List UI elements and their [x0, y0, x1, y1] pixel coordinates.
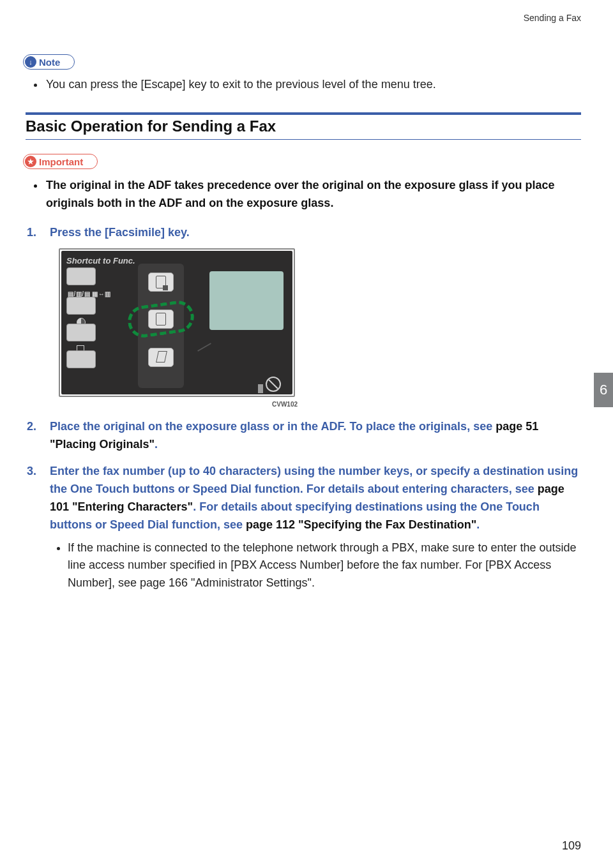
step-2-text-a: Place the original on the exposure glass…	[50, 420, 496, 433]
important-label: Important	[39, 156, 83, 167]
chapter-tab: 6	[594, 373, 613, 407]
step-3: Enter the fax number (up to 40 character…	[41, 463, 581, 592]
left-key-1	[66, 297, 96, 315]
copy-key	[148, 273, 174, 292]
stub	[258, 384, 263, 393]
cancel-icon	[266, 377, 281, 392]
panel-border: Shortcut to Func. ▤/▥/▤ ▦↔▥	[59, 248, 295, 397]
important-list: The original in the ADF takes precedence…	[45, 177, 581, 213]
step-3-pageref-2: page 112 "Specifying the Fax Destination…	[246, 518, 476, 531]
center-column	[138, 264, 184, 388]
note-callout: ↓ Note	[23, 54, 75, 70]
control-panel: Shortcut to Func. ▤/▥/▤ ▦↔▥	[61, 251, 292, 394]
step-3-sub-item: If the machine is connected to the telep…	[68, 539, 581, 593]
left-key-3	[66, 350, 96, 368]
section-rule-thick	[26, 112, 581, 115]
left-key-2	[66, 324, 96, 341]
section-title: Basic Operation for Sending a Fax	[26, 117, 581, 135]
step-3-text-a: Enter the fax number (up to 40 character…	[50, 465, 578, 495]
shortcut-key	[66, 267, 96, 285]
running-head: Sending a Fax	[524, 13, 581, 23]
step-2: Place the original on the exposure glass…	[41, 418, 581, 454]
step-1-text: Press the [Facsimile] key.	[50, 226, 190, 239]
star-icon: ★	[25, 156, 36, 167]
arrow-down-icon: ↓	[25, 56, 36, 68]
lcd-screen	[209, 271, 284, 330]
page-number: 109	[562, 839, 581, 853]
steps-list: Press the [Facsimile] key. Shortcut to F…	[26, 224, 581, 592]
note-item: You can press the [Escape] key to exit t…	[45, 76, 581, 93]
panel-figure: Shortcut to Func. ▤/▥/▤ ▦↔▥	[59, 248, 581, 397]
figure-caption: CVW102	[59, 400, 298, 410]
scan-key	[148, 348, 174, 367]
facsimile-key	[148, 310, 174, 329]
step-1: Press the [Facsimile] key. Shortcut to F…	[41, 224, 581, 409]
note-list: You can press the [Escape] key to exit t…	[45, 76, 581, 93]
step-3-text-e: .	[476, 518, 480, 531]
note-label: Note	[39, 57, 60, 68]
important-item: The original in the ADF takes precedence…	[45, 177, 581, 213]
panel-label: Shortcut to Func.	[66, 255, 135, 267]
step-3-sublist: If the machine is connected to the telep…	[68, 539, 581, 593]
important-callout: ★ Important	[23, 154, 98, 169]
section-rule-thin	[26, 139, 581, 140]
step-2-text-c: .	[155, 438, 158, 451]
divider-line	[197, 343, 211, 352]
